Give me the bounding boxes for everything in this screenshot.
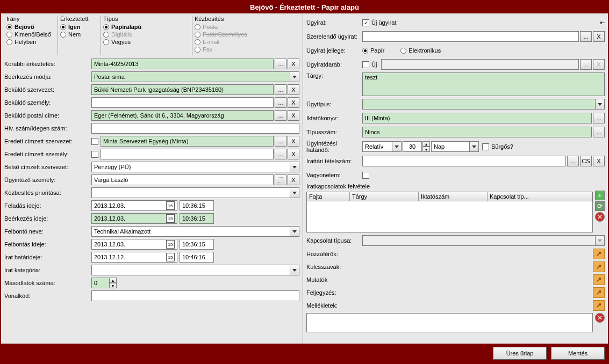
spinner-up[interactable]: ▲ (109, 278, 117, 283)
irattari-cs[interactable]: CS (580, 156, 592, 166)
mellekletek-delete-icon[interactable]: ✕ (595, 313, 605, 323)
radio-vegyes[interactable] (103, 39, 109, 45)
eredeti-cimzett-szerv-input[interactable]: Minta Szervezeti Egység (Minta) (101, 136, 274, 147)
felbontas-time[interactable]: 10:36:15 (180, 239, 214, 250)
bekuldo-szemely-clear[interactable]: X (288, 97, 299, 108)
hiv-szam-input[interactable] (91, 123, 299, 134)
korabbi-browse[interactable]: ... (275, 59, 286, 69)
mellekletek-expand[interactable] (593, 300, 605, 311)
link-icon[interactable]: ⟳ (595, 201, 605, 211)
bekuldo-szerv-input[interactable]: Bükki Nemzeti Park Igazgatóság (BNP23435… (91, 84, 274, 95)
calendar-icon[interactable]: 15 (166, 214, 175, 223)
bekuldo-szemely-browse[interactable]: ... (275, 97, 286, 108)
beerkezes-date[interactable]: 2013.12.03.15 (91, 213, 177, 224)
kezbesites-prioritas-select[interactable] (91, 187, 290, 198)
ures-urlap-button[interactable]: Üres űrlap (493, 347, 547, 360)
th-iktatoszam[interactable]: Iktatószám (419, 192, 488, 201)
ugyintezo-clear[interactable]: X (288, 174, 299, 185)
korabbi-input[interactable]: Minta-4925/2013 (91, 59, 274, 69)
feladas-date[interactable]: 2013.12.03.15 (91, 200, 177, 211)
szerelendo-browse[interactable]: ... (580, 31, 592, 42)
bekuldo-szemely-input[interactable] (91, 97, 274, 108)
nap-select[interactable]: Nap (431, 141, 470, 152)
eredeti-cimzett-szemely-cb[interactable] (91, 151, 98, 158)
beerkezes-modja-select[interactable]: Postai sima (91, 71, 290, 82)
nap-dropdown[interactable] (469, 141, 479, 152)
mellekletek-box[interactable] (306, 313, 593, 332)
th-kapcsolat[interactable]: Kapcsolat típ... (488, 192, 592, 201)
eredeti-cimzett-szerv-clear[interactable]: X (288, 136, 299, 147)
ugytipus-dropdown[interactable] (595, 99, 605, 110)
iratkapcs-table[interactable]: Fajta Tárgy Iktatószám Kapcsolat típ... (306, 192, 593, 232)
mentes-button[interactable]: Mentés (551, 347, 605, 360)
eredeti-cimzett-szerv-browse[interactable]: ... (275, 136, 286, 147)
ugytipus-select[interactable] (362, 99, 596, 110)
surgos-cb[interactable] (482, 143, 489, 150)
tipusszam-input[interactable]: Nincs (362, 127, 592, 137)
radio-papiralapu[interactable] (103, 24, 109, 30)
feladas-time[interactable]: 10:36:15 (180, 200, 214, 211)
irattari-input[interactable] (362, 156, 566, 166)
bekuldo-postai-browse[interactable]: ... (275, 110, 286, 121)
belso-cimzett-input[interactable]: Pénzügy (PÜ) (91, 162, 290, 172)
radio-kimeno[interactable] (6, 32, 12, 38)
beerkezes-time[interactable]: 10:36:15 (180, 213, 214, 224)
eredeti-cimzett-szerv-cb[interactable] (91, 138, 98, 145)
szerelendo-clear[interactable]: X (593, 31, 605, 42)
irattari-clear[interactable]: X (593, 156, 605, 166)
bekuldo-postai-clear[interactable]: X (288, 110, 299, 121)
tipusszam-browse[interactable]: ... (593, 127, 605, 137)
relativ-dropdown[interactable] (392, 141, 402, 152)
felbonto-neve-input[interactable]: Technikai Alkalmazott (91, 226, 290, 237)
spinner-down[interactable]: ▼ (109, 283, 117, 288)
calendar-icon[interactable]: 15 (166, 253, 175, 261)
delete-icon[interactable]: ✕ (595, 212, 605, 222)
irat-kategoria-dropdown[interactable] (290, 265, 299, 275)
hozzaferok-expand[interactable] (593, 249, 605, 259)
num-up[interactable]: ▲ (422, 141, 430, 147)
vagyonelem-cb[interactable] (362, 172, 369, 179)
hatarido-num[interactable] (403, 141, 422, 152)
vonalkod-input[interactable] (91, 290, 299, 301)
radio-elektronikus[interactable] (400, 48, 406, 54)
add-icon[interactable]: + (595, 191, 605, 200)
uj-ugyirat-cb[interactable] (362, 19, 369, 26)
iktatokonyv-input[interactable]: III (Minta) (362, 113, 592, 123)
radio-bejovo[interactable] (6, 24, 12, 30)
relativ-select[interactable]: Relatív (362, 141, 392, 152)
szerelendo-input[interactable] (362, 31, 579, 42)
masodlatok-input[interactable]: 0 (91, 278, 110, 288)
radio-helyben[interactable] (6, 39, 12, 45)
felbontas-date[interactable]: 2013.12.03.15 (91, 239, 177, 250)
irat-kategoria-select[interactable] (91, 265, 290, 275)
calendar-icon[interactable]: 15 (166, 240, 175, 249)
pin-icon[interactable]: ⇤ (600, 19, 605, 26)
eredeti-cimzett-szemely-clear[interactable]: X (288, 149, 299, 159)
th-targy[interactable]: Tárgy (350, 192, 419, 201)
kulcsszavak-expand[interactable] (593, 261, 605, 272)
feljegyzes-expand[interactable] (593, 287, 605, 298)
radio-nem[interactable] (60, 32, 66, 38)
eredeti-cimzett-szemely-input[interactable] (101, 149, 274, 159)
mutatok-expand[interactable] (593, 274, 605, 285)
num-down[interactable]: ▼ (422, 147, 430, 152)
uj-cb[interactable] (362, 61, 369, 68)
irat-hatar-time[interactable]: 10:46:16 (180, 252, 214, 263)
beerkezes-modja-dropdown[interactable] (290, 71, 299, 82)
bekuldo-szerv-clear[interactable]: X (288, 84, 299, 95)
korabbi-clear[interactable]: X (288, 59, 299, 69)
iktatokonyv-browse[interactable]: ... (593, 113, 605, 123)
th-fajta[interactable]: Fajta (307, 192, 350, 201)
kezbesites-prioritas-dropdown[interactable] (290, 187, 299, 198)
ugyintezo-browse[interactable] (275, 174, 286, 185)
belso-cimzett-dropdown[interactable] (290, 162, 299, 172)
radio-papir[interactable] (362, 48, 368, 54)
irattari-browse[interactable]: ... (567, 156, 579, 166)
bekuldo-szerv-browse[interactable]: ... (275, 84, 286, 95)
ugyintezo-input[interactable]: Varga László (91, 174, 274, 185)
calendar-icon[interactable]: 15 (166, 201, 175, 210)
felbonto-neve-dropdown[interactable] (290, 226, 299, 237)
radio-igen[interactable] (60, 24, 66, 30)
eredeti-cimzett-szemely-browse[interactable]: ... (275, 149, 286, 159)
irat-hatar-date[interactable]: 2013.12.12.15 (91, 252, 177, 263)
